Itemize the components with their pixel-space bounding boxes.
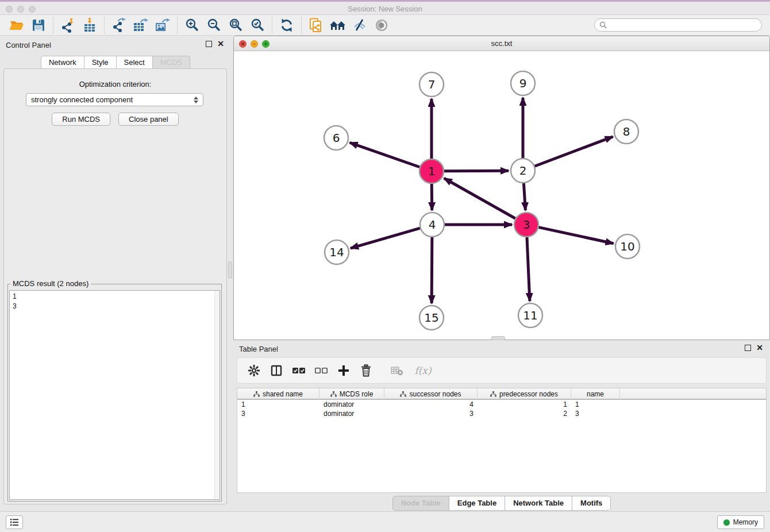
export-image-button[interactable] — [152, 17, 174, 34]
svg-text:10: 10 — [620, 240, 634, 253]
graph-node-11[interactable]: 11 — [518, 303, 542, 327]
import-table-button[interactable] — [79, 17, 101, 34]
add-row-button[interactable] — [335, 362, 352, 379]
close-panel-icon[interactable]: ✕ — [217, 41, 224, 47]
home-icons — [329, 18, 347, 32]
show-column-button[interactable] — [268, 362, 285, 379]
zoom-fit-button[interactable] — [225, 17, 247, 34]
zoom-in-button[interactable] — [181, 17, 203, 34]
table-cell[interactable]: 3 — [237, 409, 319, 418]
gear-icon — [248, 364, 260, 377]
table-cell[interactable]: 1 — [478, 400, 571, 409]
float-table-panel-icon[interactable] — [745, 345, 751, 351]
open-session-button[interactable] — [6, 17, 28, 34]
hide-selected-button[interactable] — [349, 17, 371, 34]
table-cell[interactable]: 3 — [571, 409, 620, 418]
table-settings-button[interactable] — [245, 362, 263, 379]
graph-node-1[interactable]: 1 — [419, 159, 444, 183]
split-divider-horizontal[interactable] — [491, 336, 505, 340]
export-table-button[interactable] — [130, 17, 152, 34]
table-cell[interactable]: 2 — [478, 409, 571, 418]
zoom-selected-button[interactable] — [247, 17, 268, 34]
graph-node-14[interactable]: 14 — [325, 240, 349, 264]
delete-row-button[interactable] — [357, 362, 375, 379]
graph-node-3[interactable]: 3 — [514, 213, 538, 237]
graph-node-9[interactable]: 9 — [511, 71, 535, 95]
table-row[interactable]: 1dominator411 — [237, 400, 766, 409]
memory-button[interactable]: Memory — [717, 515, 764, 529]
tab-edge-table[interactable]: Edge Table — [449, 496, 505, 511]
graph-node-10[interactable]: 10 — [615, 234, 640, 259]
graph-node-6[interactable]: 6 — [324, 126, 348, 150]
search-field[interactable] — [594, 18, 762, 32]
tab-style[interactable]: Style — [84, 56, 117, 70]
tab-motifs[interactable]: Motifs — [572, 496, 611, 511]
graph-node-7[interactable]: 7 — [419, 72, 444, 97]
refresh-view-button[interactable] — [276, 17, 298, 34]
select-all-button[interactable] — [290, 362, 307, 379]
apply-function-button: f(x) — [411, 362, 435, 379]
column-header-successor-nodes[interactable]: successor nodes — [384, 388, 478, 400]
dropdown-stepper-icon — [194, 97, 198, 103]
node-table: shared nameMCDS rolesuccessor nodesprede… — [237, 388, 767, 493]
network-canvas[interactable]: 7968124314101511 — [234, 51, 769, 340]
table-cell[interactable]: dominator — [319, 400, 384, 409]
deselect-all-icon — [314, 366, 328, 375]
column-header-predecessor-nodes[interactable]: predecessor nodes — [478, 388, 571, 400]
table-cell[interactable]: 3 — [384, 409, 478, 418]
toolbar-separator — [272, 17, 272, 33]
graph-node-8[interactable]: 8 — [614, 119, 638, 144]
result-line: 3 — [13, 302, 217, 311]
svg-text:4: 4 — [429, 218, 436, 232]
criterion-dropdown[interactable]: strongly connected component — [26, 93, 203, 106]
table-toolbar: f(x) — [237, 357, 767, 384]
network-view-window: ✕ − + scc.txt 7968124314101511 — [233, 36, 770, 340]
table-cell[interactable]: 1 — [571, 400, 620, 409]
graph-edge-4-15[interactable] — [432, 237, 432, 303]
run-mcds-button[interactable]: Run MCDS — [52, 113, 110, 126]
deselect-all-button[interactable] — [313, 362, 330, 379]
graph-edge-3-11[interactable] — [527, 237, 530, 301]
column-header-shared-name[interactable]: shared name — [237, 388, 319, 400]
graph-edge-1-6[interactable] — [350, 142, 420, 167]
mcds-result-group: MCDS result (2 nodes) 13 — [7, 284, 222, 502]
split-divider-vertical[interactable] — [228, 261, 232, 279]
result-scrollbar[interactable] — [214, 291, 220, 499]
zoom-out-button[interactable] — [203, 17, 225, 34]
close-table-panel-icon[interactable]: ✕ — [756, 345, 763, 351]
export-network-button[interactable] — [108, 17, 130, 34]
zoom-out-icon — [206, 18, 221, 33]
graph-node-15[interactable]: 15 — [419, 306, 444, 330]
copy-network-button[interactable] — [305, 17, 327, 34]
graph-edge-2-8[interactable] — [535, 137, 613, 166]
graph-node-2[interactable]: 2 — [511, 159, 535, 183]
svg-text:11: 11 — [523, 309, 537, 322]
table-cell[interactable]: 4 — [384, 400, 478, 409]
tab-mcds[interactable]: MCDS — [153, 56, 190, 70]
first-neighbors-button[interactable] — [327, 17, 349, 34]
search-input[interactable] — [610, 21, 757, 29]
mcds-result-text[interactable]: 13 — [9, 290, 220, 500]
column-header-name[interactable]: name — [571, 388, 620, 400]
table-cell[interactable]: dominator — [319, 409, 384, 418]
task-history-button[interactable] — [6, 515, 23, 529]
graph-edge-1-2[interactable] — [444, 171, 509, 171]
table-row[interactable]: 3dominator323 — [237, 409, 766, 418]
tab-select[interactable]: Select — [117, 56, 153, 70]
import-network-button[interactable] — [57, 17, 79, 34]
save-session-button[interactable] — [28, 17, 49, 34]
table-cell[interactable]: 1 — [237, 400, 319, 409]
tab-network-table[interactable]: Network Table — [505, 496, 572, 511]
tab-node-table[interactable]: Node Table — [392, 496, 449, 511]
float-panel-icon[interactable] — [206, 41, 212, 47]
graph-edge-4-14[interactable] — [351, 228, 420, 248]
graph-node-4[interactable]: 4 — [420, 213, 444, 237]
show-all-button[interactable] — [371, 17, 392, 34]
graph-edge-3-1[interactable] — [444, 178, 515, 218]
toolbar-separator — [53, 17, 53, 33]
graph-edge-3-10[interactable] — [539, 228, 614, 244]
column-header-MCDS-role[interactable]: MCDS role — [319, 388, 384, 400]
tab-network[interactable]: Network — [41, 56, 84, 70]
close-panel-button[interactable]: Close panel — [118, 113, 179, 126]
graph-edge-2-3[interactable] — [523, 183, 525, 210]
